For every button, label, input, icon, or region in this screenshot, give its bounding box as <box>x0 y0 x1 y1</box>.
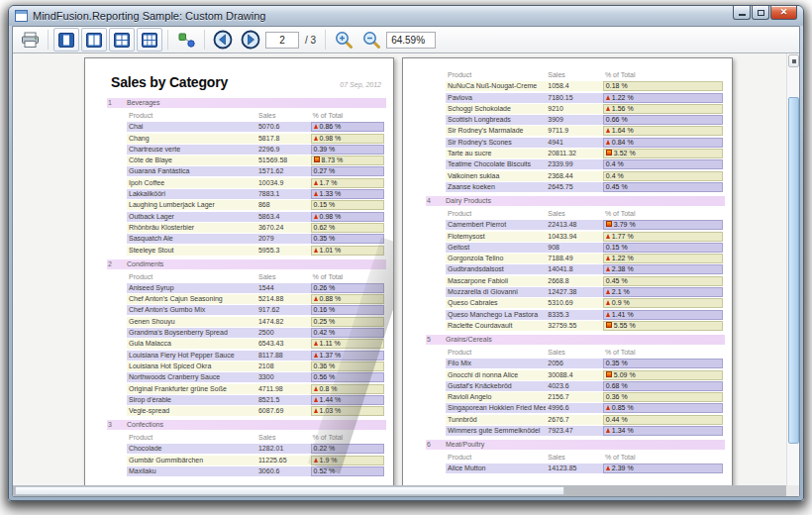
percent-cell: 1.77 % <box>603 232 723 242</box>
preview-area[interactable]: Sales by Category 07 Sep, 2012 1Beverage… <box>13 53 799 496</box>
sales-cell: 7923.47 <box>546 426 603 436</box>
sales-cell: 5214.88 <box>256 294 311 304</box>
report-section-header: 2Condiments <box>107 259 386 269</box>
toolbar-separator <box>167 30 168 50</box>
sales-cell: 3060.6 <box>256 466 311 476</box>
horizontal-scrollbar-thumb[interactable] <box>15 486 564 495</box>
maximize-button[interactable] <box>752 6 769 20</box>
product-cell: Queso Manchego La Pastora <box>446 310 546 320</box>
sales-cell: 908 <box>546 243 603 253</box>
app-window: MindFusion.Reporting Sample: Custom Draw… <box>8 5 804 501</box>
page-number-input[interactable] <box>265 32 299 49</box>
sales-cell: 8521.5 <box>256 395 311 405</box>
column-label: % of Total <box>603 209 723 219</box>
sales-cell: 917.62 <box>256 305 311 315</box>
close-button[interactable]: ✕ <box>770 6 797 20</box>
report-section-header: 4Dairy Products <box>426 196 725 206</box>
report-column-header: ProductSales% of Total <box>127 272 384 282</box>
percent-cell: 0.4 % <box>603 171 723 181</box>
column-label: Sales <box>256 272 311 282</box>
zoom-in-button[interactable] <box>331 28 356 52</box>
percent-cell: 1.64 % <box>603 126 723 136</box>
percent-cell: 0.8 % <box>311 384 384 394</box>
sales-cell: 14041.8 <box>546 264 603 274</box>
sales-cell: 4996.6 <box>546 403 603 413</box>
percent-cell: 0.35 % <box>603 359 723 368</box>
scrollbar-top-button[interactable] <box>788 54 799 67</box>
up-arrow-marker-icon <box>606 465 610 470</box>
section-name: Dairy Products <box>446 196 491 206</box>
high-value-marker-icon <box>606 150 612 155</box>
previous-page-button[interactable] <box>210 28 236 52</box>
percent-cell: 0.62 % <box>311 223 384 233</box>
zoom-level-input[interactable] <box>386 32 436 49</box>
product-cell: Guaraná Fantástica <box>127 166 256 176</box>
sales-cell: 7188.49 <box>546 254 603 263</box>
report-row: Grandma's Boysenberry Spread25000.42 % <box>127 328 384 338</box>
report-column-header: ProductSales% of Total <box>127 111 384 121</box>
single-page-view-button[interactable] <box>53 28 79 52</box>
horizontal-scrollbar[interactable] <box>13 485 786 496</box>
percent-cell: 2.39 % <box>603 464 723 473</box>
minimize-icon <box>739 14 746 16</box>
column-label: Product <box>446 348 546 358</box>
product-cell: Gorgonzola Telino <box>446 254 546 263</box>
report-row: Ipoh Coffee10034.91.7 % <box>127 178 384 188</box>
product-cell: Chef Anton's Gumbo Mix <box>127 305 256 315</box>
product-cell: Teatime Chocolate Biscuits <box>446 159 546 169</box>
percent-cell: 0.45 % <box>603 182 723 192</box>
vertical-scrollbar-thumb[interactable] <box>788 97 799 444</box>
product-cell: Grandma's Boysenberry Spread <box>127 328 256 338</box>
report-row: Mascarpone Fabioli2668.80.45 % <box>446 276 723 286</box>
up-arrow-marker-icon <box>606 428 610 433</box>
report-row: Sasquatch Ale20790.35 % <box>127 234 384 244</box>
up-arrow-marker-icon <box>314 191 318 196</box>
percent-cell: 0.98 % <box>311 134 384 144</box>
report-row: Teatime Chocolate Biscuits2339.990.4 % <box>446 159 723 169</box>
up-arrow-marker-icon <box>606 266 610 271</box>
diagram-button[interactable] <box>173 28 199 52</box>
percent-cell: 0.85 % <box>603 403 723 413</box>
four-page-view-button[interactable] <box>109 28 135 52</box>
six-page-view-button[interactable] <box>137 28 162 52</box>
product-cell: Sasquatch Ale <box>127 234 256 244</box>
percent-cell: 0.42 % <box>311 328 384 338</box>
report-row: Chang5817.80.98 % <box>127 134 384 144</box>
product-cell: Aniseed Syrup <box>127 283 256 293</box>
report-row: Schoggi Schokolade92101.56 % <box>446 104 723 114</box>
minimize-button[interactable] <box>733 6 751 20</box>
sales-cell: 1058.4 <box>546 81 603 91</box>
up-arrow-marker-icon <box>314 353 318 358</box>
up-arrow-marker-icon <box>314 296 318 301</box>
report-row: Outback Lager5863.40.98 % <box>127 212 384 222</box>
up-arrow-marker-icon <box>314 248 318 253</box>
title-bar[interactable]: MindFusion.Reporting Sample: Custom Draw… <box>9 6 803 26</box>
print-button[interactable] <box>17 28 43 52</box>
two-page-view-button[interactable] <box>81 28 107 52</box>
up-arrow-marker-icon <box>606 289 610 294</box>
report-row: Louisiana Hot Spiced Okra21080.36 % <box>127 361 384 371</box>
sales-cell: 4711.98 <box>256 384 311 394</box>
zoom-out-icon <box>362 31 381 49</box>
product-cell: Original Frankfurter grüne Soße <box>127 384 256 394</box>
column-label: % of Total <box>603 348 723 358</box>
product-cell: Lakkalikööri <box>127 189 256 199</box>
sales-cell: 10034.9 <box>256 178 311 188</box>
report-row: Rhönbräu Klosterbier3670.240.62 % <box>127 223 384 233</box>
report-row: Ravioli Angelo2156.70.36 % <box>446 392 723 402</box>
report-row: Sir Rodney's Scones49410.84 % <box>446 138 723 148</box>
product-cell: Scottish Longbreads <box>446 115 546 125</box>
vertical-scrollbar[interactable] <box>786 53 799 485</box>
percent-cell: 0.26 % <box>311 283 384 293</box>
two-page-view-icon <box>86 33 102 48</box>
zoom-out-button[interactable] <box>358 28 384 52</box>
product-cell: Chai <box>127 122 256 132</box>
product-cell: Vegie-spread <box>127 406 256 416</box>
next-page-button[interactable] <box>238 28 263 52</box>
report-row: Aniseed Syrup15440.26 % <box>127 283 384 293</box>
toolbar-separator <box>325 30 326 50</box>
report-row: Flotemysost10433.941.77 % <box>446 232 723 242</box>
product-cell: Outback Lager <box>127 212 256 222</box>
up-arrow-marker-icon <box>314 124 318 129</box>
product-cell: Gula Malacca <box>127 339 256 349</box>
